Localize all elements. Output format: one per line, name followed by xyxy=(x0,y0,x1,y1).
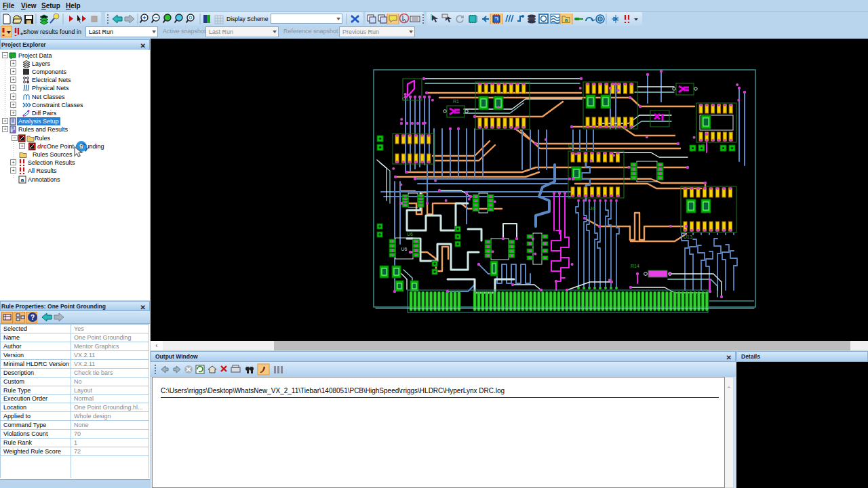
svg-text:a: a xyxy=(565,17,568,23)
svg-text:R14: R14 xyxy=(631,264,639,268)
svg-text:R1: R1 xyxy=(453,99,459,104)
svg-text:U1: U1 xyxy=(568,144,574,148)
svg-text:J4: J4 xyxy=(590,206,595,211)
svg-text:U6: U6 xyxy=(407,232,413,237)
svg-text:U3: U3 xyxy=(698,144,705,148)
svg-text:?: ? xyxy=(31,314,35,321)
svg-text:a: a xyxy=(21,177,24,183)
svg-text:U13: U13 xyxy=(684,235,692,239)
svg-text:U6: U6 xyxy=(401,247,408,251)
